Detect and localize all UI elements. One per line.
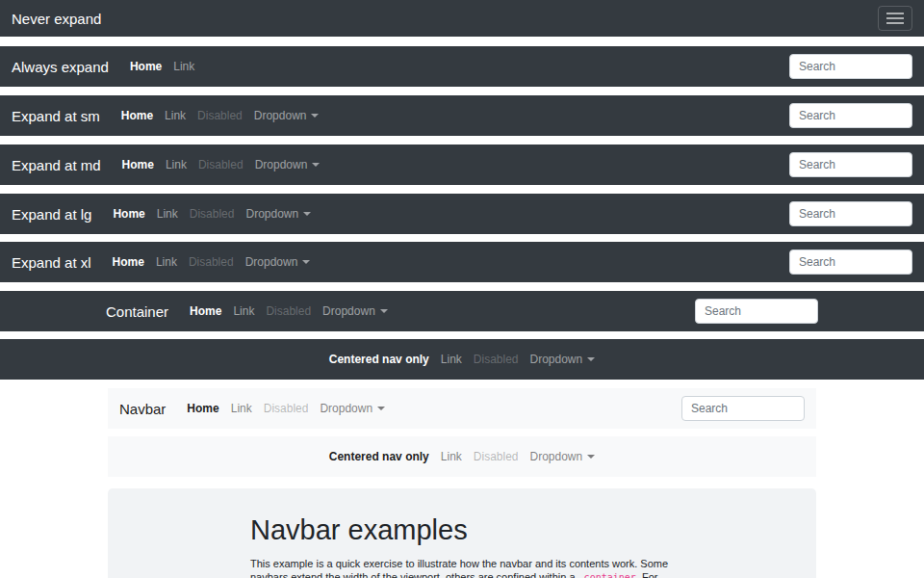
- search-input[interactable]: [789, 54, 912, 79]
- nav-link-label: Home: [190, 303, 221, 320]
- navbar-centered-dark: Centered nav onlyLinkDisabledDropdown: [0, 339, 924, 380]
- nav-link-label: Disabled: [266, 303, 311, 320]
- navbar-nav: HomeLinkDisabledDropdown: [107, 200, 317, 228]
- nav-link-label: Disabled: [197, 108, 243, 124]
- nav-link-link[interactable]: Link: [151, 200, 184, 228]
- nav-link-link[interactable]: Link: [435, 346, 468, 374]
- navbar-brand[interactable]: Expand at lg: [12, 207, 91, 222]
- nav-link-label: Disabled: [189, 254, 234, 271]
- search-input[interactable]: [695, 299, 818, 324]
- nav-link-label: Dropdown: [254, 108, 307, 124]
- nav-link-link[interactable]: Link: [160, 151, 192, 179]
- nav-item: Dropdown: [240, 249, 317, 276]
- navbar-brand[interactable]: Navbar: [119, 402, 166, 416]
- nav-link-home[interactable]: Home: [181, 395, 224, 423]
- nav-item: Home: [107, 200, 150, 228]
- navbar-brand[interactable]: Expand at sm: [12, 109, 100, 123]
- navbar-brand[interactable]: Always expand: [12, 60, 109, 74]
- navbar-brand[interactable]: Never expand: [12, 12, 101, 26]
- navbar-expand-lg: Expand at lg HomeLinkDisabledDropdown: [0, 194, 924, 234]
- nav-item: Disabled: [258, 395, 315, 423]
- nav-link-disabled: Disabled: [192, 102, 248, 130]
- navbar-always-expand: Always expand HomeLink: [0, 46, 924, 87]
- nav-link-label: Dropdown: [530, 352, 583, 368]
- nav-link-label: Dropdown: [245, 206, 298, 223]
- nav-link-link[interactable]: Link: [435, 443, 468, 471]
- nav-item: Home: [116, 102, 159, 130]
- navbar-nav: Centered nav onlyLinkDisabledDropdown: [323, 346, 601, 374]
- caret-down-icon: [312, 163, 320, 167]
- nav-link-home[interactable]: Home: [124, 53, 167, 81]
- nav-link-dropdown[interactable]: Dropdown: [525, 346, 602, 374]
- nav-link-disabled: Disabled: [260, 298, 317, 326]
- nav-link-home[interactable]: Home: [184, 298, 227, 326]
- nav-link-link[interactable]: Link: [150, 249, 183, 276]
- nav-link-label: Link: [156, 254, 177, 271]
- nav-link-label: Link: [165, 108, 186, 124]
- nav-link-disabled: Disabled: [183, 249, 240, 276]
- nav-link-home[interactable]: Home: [116, 151, 160, 179]
- nav-item: Link: [160, 151, 192, 179]
- nav-link-disabled: Disabled: [184, 200, 241, 228]
- nav-link-label: Dropdown: [255, 157, 308, 173]
- nav-item: Disabled: [184, 200, 241, 228]
- nav-item: Link: [151, 200, 184, 228]
- nav-item: Home: [124, 53, 167, 81]
- nav-item: Centered nav only: [323, 346, 435, 374]
- nav-link-centered-nav-only[interactable]: Centered nav only: [323, 346, 435, 374]
- nav-link-label: Home: [187, 401, 218, 417]
- nav-link-label: Home: [130, 59, 162, 75]
- nav-link-label: Link: [166, 157, 187, 173]
- nav-link-link[interactable]: Link: [225, 395, 258, 423]
- nav-link-label: Disabled: [198, 157, 244, 173]
- navbar-container-inner: Container HomeLinkDisabledDropdown: [91, 291, 833, 331]
- nav-link-label: Link: [173, 59, 194, 75]
- navbar-brand[interactable]: Expand at xl: [12, 255, 91, 270]
- nav-link-dropdown[interactable]: Dropdown: [240, 200, 317, 228]
- intro-paragraph: This example is a quick exercise to illu…: [250, 557, 674, 578]
- nav-link-home[interactable]: Home: [107, 200, 150, 228]
- caret-down-icon: [380, 309, 388, 313]
- navbar-toggler-button[interactable]: [878, 6, 912, 31]
- search-input[interactable]: [789, 103, 912, 128]
- navbar-brand[interactable]: Expand at md: [12, 158, 101, 172]
- search-input[interactable]: [681, 396, 805, 421]
- nav-link-link[interactable]: Link: [167, 53, 200, 81]
- nav-link-label: Link: [441, 449, 462, 465]
- search-input[interactable]: [789, 152, 912, 177]
- nav-link-home[interactable]: Home: [107, 249, 150, 276]
- nav-link-home[interactable]: Home: [116, 102, 159, 130]
- nav-link-centered-nav-only[interactable]: Centered nav only: [323, 443, 435, 471]
- nav-link-label: Home: [113, 206, 144, 223]
- caret-down-icon: [311, 114, 319, 118]
- nav-item: Dropdown: [525, 346, 602, 374]
- nav-item: Home: [107, 249, 150, 276]
- search-input[interactable]: [789, 250, 912, 275]
- navbar-light: Navbar HomeLinkDisabledDropdown: [108, 388, 816, 429]
- content-container: Navbar HomeLinkDisabledDropdown Centered…: [108, 388, 816, 578]
- nav-link-link[interactable]: Link: [227, 298, 260, 326]
- search-input[interactable]: [789, 201, 912, 226]
- nav-link-label: Disabled: [474, 352, 519, 368]
- caret-down-icon: [302, 260, 310, 264]
- nav-link-label: Disabled: [474, 449, 519, 465]
- navbar-expand-md: Expand at md HomeLinkDisabledDropdown: [0, 144, 924, 185]
- nav-link-label: Disabled: [190, 206, 235, 223]
- nav-link-label: Link: [157, 206, 178, 223]
- nav-link-disabled: Disabled: [192, 151, 249, 179]
- navbar-brand[interactable]: Container: [106, 304, 168, 319]
- nav-item: Dropdown: [249, 151, 326, 179]
- nav-link-dropdown[interactable]: Dropdown: [314, 395, 391, 423]
- nav-link-dropdown[interactable]: Dropdown: [249, 151, 326, 179]
- nav-link-dropdown[interactable]: Dropdown: [525, 443, 602, 471]
- navbar-nav: Centered nav onlyLinkDisabledDropdown: [323, 443, 601, 471]
- nav-link-label: Home: [122, 157, 154, 173]
- nav-link-label: Home: [113, 254, 144, 271]
- nav-link-disabled: Disabled: [468, 443, 525, 471]
- nav-link-dropdown[interactable]: Dropdown: [248, 102, 325, 130]
- nav-item: Dropdown: [314, 395, 391, 423]
- nav-item: Link: [225, 395, 258, 423]
- nav-link-dropdown[interactable]: Dropdown: [317, 298, 394, 326]
- nav-link-dropdown[interactable]: Dropdown: [240, 249, 317, 276]
- nav-link-link[interactable]: Link: [159, 102, 192, 130]
